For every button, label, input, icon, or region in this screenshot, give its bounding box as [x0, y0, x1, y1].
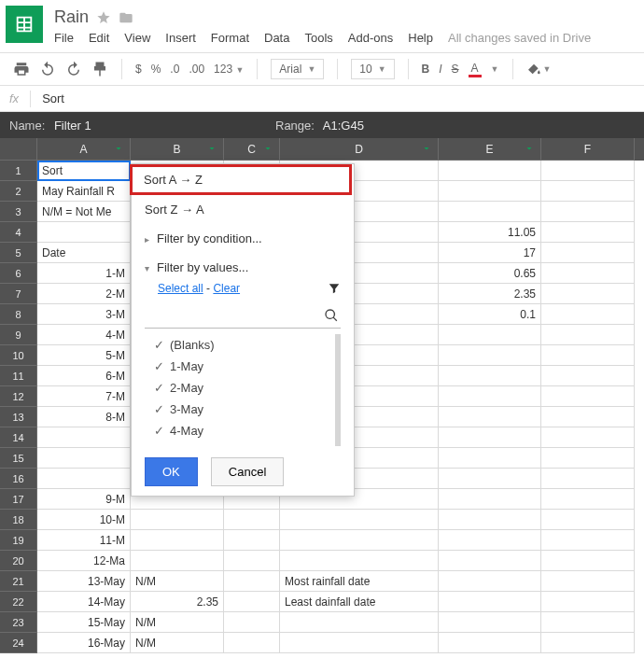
column-header-C[interactable]: C — [224, 138, 280, 161]
cell-E1[interactable] — [439, 161, 541, 181]
cell-E17[interactable] — [439, 489, 541, 510]
cell-C21[interactable] — [224, 571, 280, 592]
cell-F2[interactable] — [541, 181, 635, 202]
bold-button[interactable]: B — [422, 63, 430, 76]
cell-B22[interactable]: 2.35 — [131, 592, 224, 612]
cell-C18[interactable] — [224, 510, 280, 530]
cell-A4[interactable] — [37, 222, 131, 243]
filter-range-value[interactable]: A1:G45 — [323, 119, 364, 133]
search-icon[interactable] — [324, 308, 339, 323]
menu-addons[interactable]: Add-ons — [348, 31, 393, 45]
text-color-button[interactable]: A — [469, 62, 482, 77]
filter-by-values[interactable]: Filter by values... — [132, 253, 354, 282]
cell-F6[interactable] — [541, 263, 635, 284]
sort-a-z[interactable]: Sort A → Z — [130, 164, 352, 195]
filter-name-value[interactable]: Filter 1 — [54, 119, 91, 133]
cell-A13[interactable]: 8-M — [37, 407, 131, 427]
number-format-button[interactable]: 123 ▼ — [214, 63, 244, 76]
row-header[interactable]: 24 — [0, 633, 37, 653]
cancel-button[interactable]: Cancel — [211, 457, 284, 486]
row-header[interactable]: 3 — [0, 202, 37, 222]
cell-F9[interactable] — [541, 325, 635, 345]
document-title[interactable]: Rain — [54, 7, 89, 27]
cell-E8[interactable]: 0.1 — [439, 304, 541, 325]
cell-D21[interactable]: Most rainfall date — [280, 571, 439, 592]
cell-A11[interactable]: 6-M — [37, 366, 131, 386]
cell-F14[interactable] — [541, 427, 635, 448]
cell-A21[interactable]: 13-May — [37, 571, 131, 592]
cell-D18[interactable] — [280, 510, 439, 530]
menu-help[interactable]: Help — [408, 31, 433, 45]
cell-E14[interactable] — [439, 427, 541, 448]
cell-F18[interactable] — [541, 510, 635, 530]
cell-F1[interactable] — [541, 161, 635, 181]
cell-E12[interactable] — [439, 386, 541, 407]
star-icon[interactable] — [96, 10, 111, 25]
cell-B18[interactable] — [131, 510, 224, 530]
cell-A12[interactable]: 7-M — [37, 386, 131, 407]
cell-A24[interactable]: 16-May — [37, 633, 131, 653]
cell-A19[interactable]: 11-M — [37, 530, 131, 551]
cell-C19[interactable] — [224, 530, 280, 551]
cell-F7[interactable] — [541, 284, 635, 304]
cell-F16[interactable] — [541, 469, 635, 489]
cell-E13[interactable] — [439, 407, 541, 427]
row-header[interactable]: 6 — [0, 263, 37, 284]
cell-F4[interactable] — [541, 222, 635, 243]
row-header[interactable]: 8 — [0, 304, 37, 325]
cell-E23[interactable] — [439, 612, 541, 633]
row-header[interactable]: 4 — [0, 222, 37, 243]
row-header[interactable]: 15 — [0, 448, 37, 469]
cell-E22[interactable] — [439, 592, 541, 612]
cell-E7[interactable]: 2.35 — [439, 284, 541, 304]
cell-A15[interactable] — [37, 448, 131, 469]
cell-E16[interactable] — [439, 469, 541, 489]
cell-A5[interactable]: Date — [37, 243, 131, 263]
fx-value[interactable]: Sort — [42, 91, 64, 105]
menu-insert[interactable]: Insert — [165, 31, 196, 45]
cell-D19[interactable] — [280, 530, 439, 551]
row-header[interactable]: 22 — [0, 592, 37, 612]
sheets-logo[interactable] — [6, 6, 43, 43]
cell-B21[interactable]: N/M — [131, 571, 224, 592]
cell-C24[interactable] — [224, 633, 280, 653]
filter-search-input[interactable] — [145, 306, 341, 329]
cell-E19[interactable] — [439, 530, 541, 551]
cell-C22[interactable] — [224, 592, 280, 612]
cell-A18[interactable]: 10-M — [37, 510, 131, 530]
select-all-link[interactable]: Select all — [158, 282, 203, 295]
row-header[interactable]: 16 — [0, 469, 37, 489]
column-header-E[interactable]: E — [439, 138, 541, 161]
cell-F3[interactable] — [541, 202, 635, 222]
row-header[interactable]: 5 — [0, 243, 37, 263]
cell-A8[interactable]: 3-M — [37, 304, 131, 325]
ok-button[interactable]: OK — [145, 457, 198, 486]
cell-F10[interactable] — [541, 345, 635, 366]
cell-A22[interactable]: 14-May — [37, 592, 131, 612]
column-header-B[interactable]: B — [131, 138, 224, 161]
cell-E5[interactable]: 17 — [439, 243, 541, 263]
row-header[interactable]: 12 — [0, 386, 37, 407]
currency-button[interactable]: $ — [135, 63, 142, 76]
row-header[interactable]: 11 — [0, 366, 37, 386]
print-icon[interactable] — [13, 61, 30, 77]
cell-D20[interactable] — [280, 551, 439, 571]
cell-F17[interactable] — [541, 489, 635, 510]
filter-icon[interactable] — [262, 143, 273, 157]
menu-tools[interactable]: Tools — [304, 31, 332, 45]
row-header[interactable]: 10 — [0, 345, 37, 366]
menu-format[interactable]: Format — [211, 31, 249, 45]
filter-value[interactable]: ✓1-May — [145, 356, 335, 377]
row-header[interactable]: 21 — [0, 571, 37, 592]
column-header-A[interactable]: A — [37, 138, 131, 161]
decrease-decimal-button[interactable]: .0 — [170, 63, 179, 76]
cell-B19[interactable] — [131, 530, 224, 551]
cell-B23[interactable]: N/M — [131, 612, 224, 633]
cell-C20[interactable] — [224, 551, 280, 571]
cell-F20[interactable] — [541, 551, 635, 571]
cell-C23[interactable] — [224, 612, 280, 633]
funnel-icon[interactable] — [328, 282, 341, 295]
cell-F23[interactable] — [541, 612, 635, 633]
cell-B24[interactable]: N/M — [131, 633, 224, 653]
row-header[interactable]: 20 — [0, 551, 37, 571]
